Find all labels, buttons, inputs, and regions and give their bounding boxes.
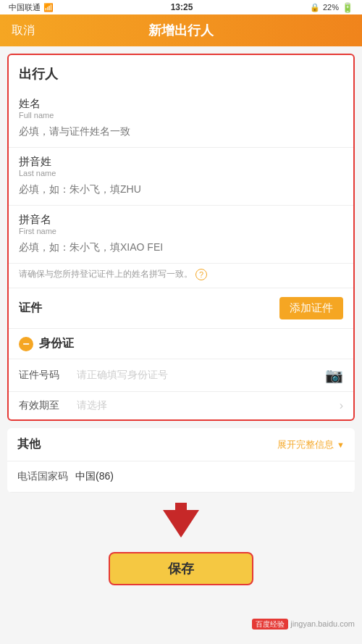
firstname-label-en: First name <box>19 227 56 235</box>
camera-icon[interactable]: 📷 <box>325 367 343 384</box>
lastname-label-cn: 拼音姓 <box>19 155 56 169</box>
status-right: 🔒 22% 🔋 <box>310 2 353 13</box>
expiry-label: 有效期至 <box>19 399 70 412</box>
svg-marker-0 <box>163 510 199 538</box>
expand-label: 展开完整信息 <box>277 438 334 451</box>
expiry-arrow-icon: › <box>340 399 343 412</box>
expand-button[interactable]: 展开完整信息 ▼ <box>277 438 345 451</box>
id-type-row: − 身份证 <box>9 328 353 359</box>
id-section-label: 证件 <box>19 301 70 316</box>
nav-bar: 取消 新增出行人 <box>0 14 362 46</box>
watermark-url: jingyan.baidu.com <box>290 619 355 628</box>
other-card: 其他 展开完整信息 ▼ 电话国家码 中国(86) <box>7 428 355 493</box>
lastname-label-en: Last name <box>19 169 56 177</box>
firstname-input[interactable] <box>19 238 343 256</box>
remove-id-button[interactable]: − <box>19 337 33 351</box>
lastname-input[interactable] <box>19 180 343 198</box>
name-hint: 请确保与您所持登记证件上的姓名拼写一致。 ? <box>9 264 353 288</box>
expiry-row[interactable]: 有效期至 请选择 › <box>9 391 353 419</box>
page-title: 新增出行人 <box>148 22 214 39</box>
lastname-row: 拼音姓 Last name <box>9 148 353 206</box>
svg-rect-1 <box>175 503 187 513</box>
carrier-label: 中国联通 <box>9 2 41 13</box>
status-bar: 中国联通 📶 13:25 🔒 22% 🔋 <box>0 0 362 14</box>
lock-icon: 🔒 <box>310 3 320 12</box>
battery-icon: 🔋 <box>342 2 353 13</box>
fullname-label-cn: 姓名 <box>19 97 54 111</box>
id-number-label: 证件号码 <box>19 369 70 382</box>
watermark: 百度经验 jingyan.baidu.com <box>252 619 355 630</box>
watermark-brand: 百度经验 <box>252 619 288 630</box>
id-section-header: 证件 添加证件 <box>9 288 353 328</box>
wifi-icon: 📶 <box>43 3 54 12</box>
cancel-button[interactable]: 取消 <box>12 23 35 38</box>
id-number-row: 证件号码 请正确填写身份证号 📷 <box>9 359 353 391</box>
battery-label: 22% <box>323 3 339 12</box>
save-button[interactable]: 保存 <box>109 552 253 585</box>
other-header: 其他 展开完整信息 ▼ <box>7 428 355 461</box>
id-type-label: 身份证 <box>39 336 74 351</box>
phone-country-label: 电话国家码 <box>17 470 75 483</box>
expand-arrow-icon: ▼ <box>337 440 345 449</box>
hint-icon: ? <box>195 269 207 280</box>
arrow-indicator <box>7 500 355 545</box>
other-section-title: 其他 <box>17 437 41 452</box>
status-left: 中国联通 📶 <box>9 2 54 13</box>
add-id-button[interactable]: 添加证件 <box>279 297 343 319</box>
traveler-card: 出行人 姓名 Full name 拼音姓 Last name 拼音名 First… <box>7 54 355 421</box>
firstname-row: 拼音名 First name <box>9 206 353 264</box>
firstname-label-cn: 拼音名 <box>19 213 56 227</box>
expiry-placeholder[interactable]: 请选择 <box>70 399 334 412</box>
phone-country-value: 中国(86) <box>75 470 114 483</box>
id-number-placeholder[interactable]: 请正确填写身份证号 <box>70 369 319 382</box>
fullname-label-en: Full name <box>19 111 54 120</box>
main-content: 出行人 姓名 Full name 拼音姓 Last name 拼音名 First… <box>0 46 362 600</box>
save-area: 保存 <box>7 545 355 593</box>
down-arrow-svg <box>159 503 203 539</box>
fullname-row: 姓名 Full name <box>9 90 353 148</box>
hint-text: 请确保与您所持登记证件上的姓名拼写一致。 <box>19 268 193 280</box>
traveler-section-title: 出行人 <box>9 55 353 90</box>
phone-country-row: 电话国家码 中国(86) <box>7 461 355 493</box>
fullname-input[interactable] <box>19 122 343 140</box>
status-time: 13:25 <box>171 2 193 12</box>
